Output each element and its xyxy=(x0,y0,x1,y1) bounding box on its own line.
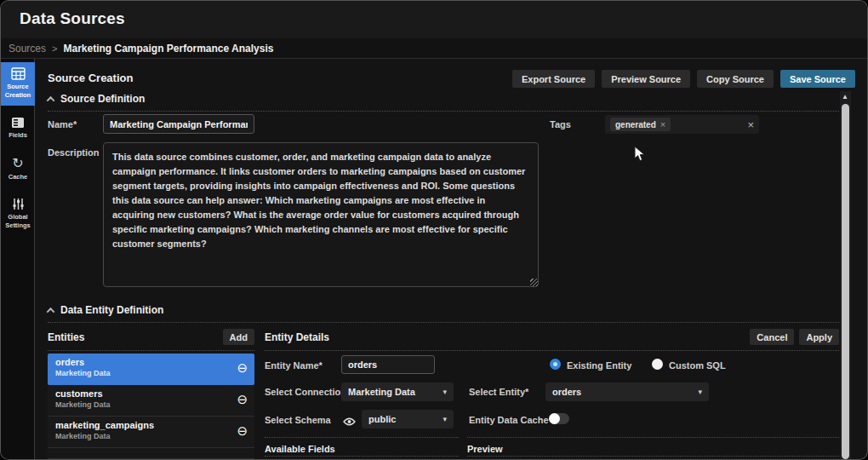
schema-value: public xyxy=(368,414,396,424)
entity-data-cache-toggle[interactable] xyxy=(549,413,569,424)
toggle-knob xyxy=(549,413,560,424)
eye-icon[interactable] xyxy=(343,414,356,429)
preview-underline xyxy=(467,456,839,457)
preview-divider xyxy=(467,437,839,438)
select-schema-label: Select Schema xyxy=(265,415,331,425)
sliders-icon xyxy=(12,198,25,210)
sidebar-item-source-creation[interactable]: Source Creation xyxy=(1,62,35,106)
add-entity-button[interactable]: Add xyxy=(223,329,254,345)
section-title: Data Entity Definition xyxy=(60,304,163,316)
breadcrumb-separator: > xyxy=(52,43,57,54)
sidebar-item-label: Cache xyxy=(9,173,28,181)
entity-name: customers xyxy=(55,388,231,399)
entity-name: marketing_campaigns xyxy=(55,420,231,430)
remove-entity-icon[interactable]: ⊖ xyxy=(237,424,248,437)
entity-source: Marketing Data xyxy=(55,369,231,377)
app-header: Data Sources xyxy=(1,1,868,38)
breadcrumb: Sources > Marketing Campaign Performance… xyxy=(1,38,868,59)
entity-list: orders Marketing Data ⊖ customers Market… xyxy=(48,354,254,459)
sidebar-item-label: Source Creation xyxy=(2,83,34,100)
tags-clear-icon[interactable]: × xyxy=(747,118,754,131)
description-textarea[interactable]: This data source combines customer, orde… xyxy=(103,142,539,287)
existing-entity-radio[interactable] xyxy=(550,359,561,370)
select-connection-dropdown[interactable]: Marketing Data ▾ xyxy=(341,382,454,401)
textarea-resize-handle[interactable] xyxy=(530,279,538,286)
data-sources-screen: Data Sources Sources > Marketing Campaig… xyxy=(0,0,868,460)
entity-name-label: Entity Name* xyxy=(265,360,323,371)
entities-panel-header: Entities Add xyxy=(48,329,254,351)
refresh-icon: ↻ xyxy=(12,157,23,170)
select-entity-dropdown[interactable]: orders ▾ xyxy=(545,382,709,401)
sidebar-item-fields[interactable]: Fields xyxy=(1,112,35,146)
entity-value: orders xyxy=(552,387,581,397)
save-source-button[interactable]: Save Source xyxy=(780,70,855,88)
entity-list-item-customers[interactable]: customers Marketing Data ⊖ xyxy=(48,385,254,417)
entity-details-title: Entity Details xyxy=(265,331,329,343)
sidebar-item-cache[interactable]: ↻ Cache xyxy=(1,152,35,187)
name-input[interactable] xyxy=(103,114,254,134)
export-source-button[interactable]: Export Source xyxy=(512,70,595,88)
available-fields-divider xyxy=(265,437,459,438)
tags-label: Tags xyxy=(550,119,571,129)
description-label: Description xyxy=(48,147,100,158)
chevron-down-icon: ▾ xyxy=(443,388,447,396)
preview-title: Preview xyxy=(467,444,503,454)
sidebar-item-label: Fields xyxy=(9,131,27,140)
sidebar-item-label: Global Settings xyxy=(2,213,34,230)
select-entity-label: Select Entity* xyxy=(469,387,528,397)
data-entity-definition-section-header[interactable]: Data Entity Definition xyxy=(48,304,839,323)
breadcrumb-current: Marketing Campaign Performance Analysis xyxy=(63,43,273,55)
tags-input[interactable]: generated × × xyxy=(605,115,759,134)
source-definition-section-header[interactable]: Source Definition xyxy=(48,93,839,112)
entity-details-header: Entity Details Cancel Apply xyxy=(265,329,839,351)
entity-source: Marketing Data xyxy=(55,400,231,409)
tag-chip-label: generated xyxy=(615,120,656,129)
scrollbar-thumb[interactable] xyxy=(842,104,849,459)
chevron-up-icon xyxy=(47,307,55,315)
copy-source-button[interactable]: Copy Source xyxy=(697,70,774,88)
vertical-scrollbar[interactable]: ▲ xyxy=(840,91,851,460)
fields-icon xyxy=(11,117,25,129)
remove-entity-icon[interactable]: ⊖ xyxy=(237,393,248,405)
section-title: Source Definition xyxy=(60,93,145,105)
entity-name: orders xyxy=(55,357,231,367)
breadcrumb-sources-link[interactable]: Sources xyxy=(9,43,46,55)
entity-list-item-partial xyxy=(48,448,254,459)
remove-entity-icon[interactable]: ⊖ xyxy=(237,361,248,374)
tag-chip-generated: generated × xyxy=(610,118,671,131)
sidebar: Source Creation Fields ↻ Cache Global Se… xyxy=(1,59,35,460)
custom-sql-label: Custom SQL xyxy=(669,360,726,371)
entity-list-item-marketing-campaigns[interactable]: marketing_campaigns Marketing Data ⊖ xyxy=(48,417,254,448)
entity-name-input[interactable] xyxy=(341,355,435,374)
apply-button[interactable]: Apply xyxy=(799,329,839,345)
scroll-up-icon[interactable]: ▲ xyxy=(842,93,848,101)
existing-entity-label: Existing Entity xyxy=(567,360,631,371)
sidebar-item-global-settings[interactable]: Global Settings xyxy=(1,193,35,236)
entity-data-cache-label: Entity Data Cache xyxy=(469,415,549,425)
entity-source: Marketing Data xyxy=(55,432,231,440)
mouse-cursor xyxy=(634,146,645,165)
name-label: Name* xyxy=(48,119,77,129)
entities-title: Entities xyxy=(48,331,84,343)
chevron-up-icon xyxy=(47,95,55,104)
available-fields-underline xyxy=(265,456,459,457)
tag-remove-icon[interactable]: × xyxy=(660,120,665,129)
custom-sql-radio[interactable] xyxy=(652,359,663,370)
connection-value: Marketing Data xyxy=(348,387,415,397)
entity-list-item-orders[interactable]: orders Marketing Data ⊖ xyxy=(48,354,254,385)
source-creation-title: Source Creation xyxy=(48,72,133,84)
chevron-down-icon: ▾ xyxy=(443,415,447,423)
cancel-button[interactable]: Cancel xyxy=(750,329,794,345)
chevron-down-icon: ▾ xyxy=(698,388,702,396)
table-icon xyxy=(11,67,26,80)
select-schema-dropdown[interactable]: public ▾ xyxy=(362,410,454,428)
preview-source-button[interactable]: Preview Source xyxy=(602,70,690,88)
available-fields-title: Available Fields xyxy=(265,444,335,454)
page-title: Data Sources xyxy=(20,9,125,28)
select-connection-label: Select Connection* xyxy=(265,387,350,397)
toolbar-buttons: Export Source Preview Source Copy Source… xyxy=(512,70,855,88)
